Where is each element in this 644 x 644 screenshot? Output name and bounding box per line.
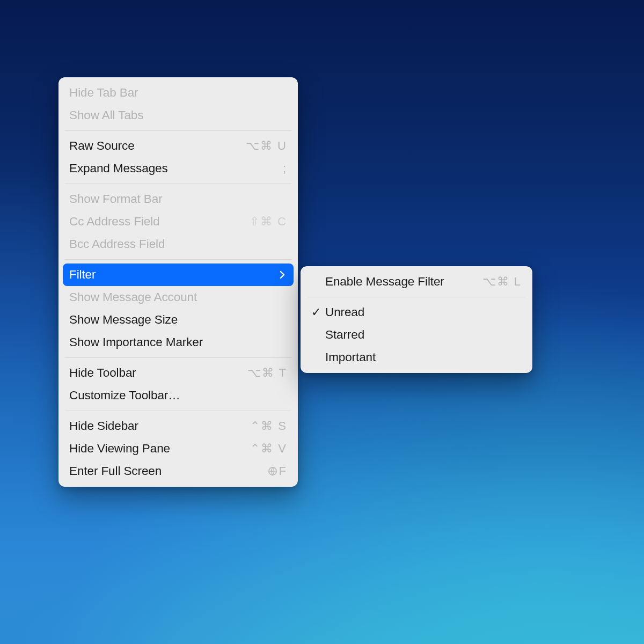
menu-item-hide-viewing-pane[interactable]: Hide Viewing Pane ⌃⌘ V [63,437,294,460]
checkmark-icon: ✓ [310,305,322,319]
menu-item-show-importance-marker[interactable]: Show Importance Marker [63,331,294,354]
menu-item-label: Show All Tabs [69,108,143,122]
keyboard-shortcut: ⌃⌘ V [250,442,287,456]
menu-item-label: Important [325,350,376,364]
submenu-item-unread[interactable]: ✓ Unread [305,301,528,324]
menu-separator [65,357,291,358]
keyboard-shortcut: ⌥⌘ T [247,366,287,380]
menu-item-label: Cc Address Field [69,215,159,229]
menu-item-label: Bcc Address Field [69,237,165,251]
menu-item-label: Unread [325,305,364,319]
view-menu-dropdown: Hide Tab Bar Show All Tabs Raw Source ⌥⌘… [58,77,298,487]
menu-item-hide-sidebar[interactable]: Hide Sidebar ⌃⌘ S [63,415,294,437]
menu-item-cc-address-field: Cc Address Field ⇧⌘ C [63,210,294,233]
keyboard-shortcut: ⌥⌘ U [246,139,287,153]
menu-item-label: Show Message Size [69,313,178,327]
submenu-item-starred[interactable]: Starred [305,324,528,346]
menu-separator [307,297,526,297]
menu-item-label: Hide Viewing Pane [69,442,170,456]
keyboard-shortcut: F [267,464,287,478]
menu-item-filter[interactable]: Filter [63,264,294,286]
keyboard-shortcut: ⌃⌘ S [250,419,287,433]
menu-item-show-message-account: Show Message Account [63,286,294,309]
menu-item-label: Hide Sidebar [69,419,138,433]
menu-item-label: Starred [325,328,364,342]
menu-item-hide-tab-bar: Hide Tab Bar [63,82,294,104]
menu-item-hide-toolbar[interactable]: Hide Toolbar ⌥⌘ T [63,362,294,384]
menu-item-customize-toolbar[interactable]: Customize Toolbar… [63,384,294,407]
filter-submenu: Enable Message Filter ⌥⌘ L ✓ Unread Star… [301,266,532,373]
keyboard-shortcut: ⇧⌘ C [250,215,287,229]
desktop-background: Hide Tab Bar Show All Tabs Raw Source ⌥⌘… [0,0,644,644]
keyboard-shortcut: ⌥⌘ L [482,275,522,289]
menu-separator [65,184,291,184]
menu-item-label: Raw Source [69,139,135,153]
menu-item-enter-full-screen[interactable]: Enter Full Screen F [63,460,294,482]
menu-item-label: Filter [69,268,96,282]
menu-item-label: Show Message Account [69,290,197,304]
menu-item-label: Hide Tab Bar [69,86,138,100]
menu-separator [65,411,291,411]
menu-item-label: Show Format Bar [69,192,163,206]
chevron-right-icon [277,270,287,280]
menu-item-label: Enter Full Screen [69,464,162,478]
menu-item-label: Expand Messages [69,162,168,175]
menu-item-raw-source[interactable]: Raw Source ⌥⌘ U [63,135,294,157]
menu-item-label: Hide Toolbar [69,366,136,380]
menu-item-label: Enable Message Filter [325,275,444,289]
menu-separator [65,259,291,260]
menu-item-expand-messages[interactable]: Expand Messages ; [63,157,294,180]
globe-icon [267,466,278,477]
submenu-item-enable-message-filter[interactable]: Enable Message Filter ⌥⌘ L [305,270,528,293]
menu-item-bcc-address-field: Bcc Address Field [63,233,294,255]
keyboard-shortcut: ; [283,162,287,175]
menu-item-show-format-bar: Show Format Bar [63,188,294,210]
keyboard-shortcut-letter: F [279,464,287,478]
menu-item-label: Customize Toolbar… [69,389,180,402]
submenu-item-important[interactable]: Important [305,346,528,369]
menu-item-show-message-size[interactable]: Show Message Size [63,309,294,331]
menu-item-label: Show Importance Marker [69,335,203,349]
menu-item-show-all-tabs: Show All Tabs [63,104,294,127]
menu-separator [65,130,291,131]
